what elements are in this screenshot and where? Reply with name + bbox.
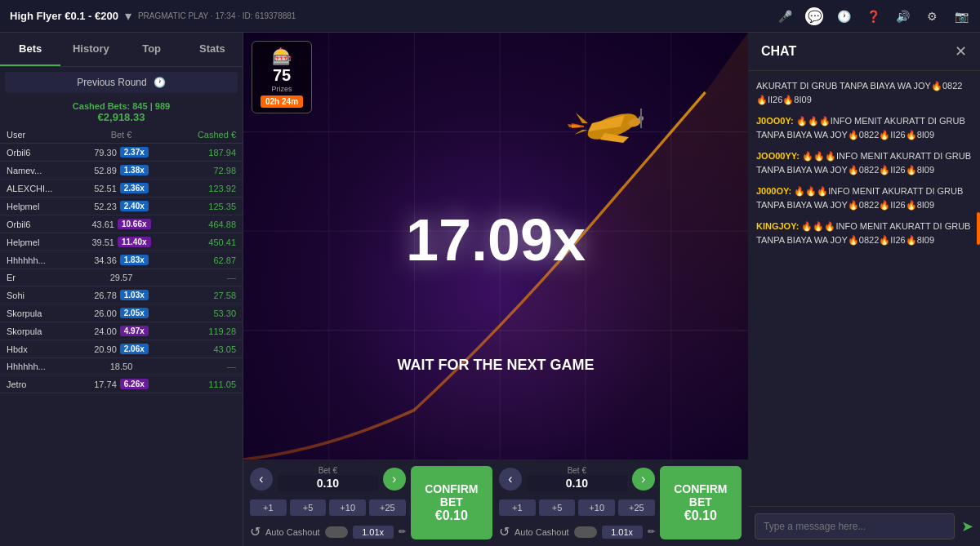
edit-1-icon[interactable]: ✏ [399,526,406,537]
bets-table: User Bet € Cashed € Orbil679.302.37x187.… [0,127,243,546]
auto-cashout-1-label: Auto Cashout [265,527,320,537]
bet-1-quick-10[interactable]: +10 [329,499,366,516]
col-bet-header: Bet € [83,130,160,140]
bet-1-quick-1[interactable]: +1 [250,499,287,516]
bet-2-quick-1[interactable]: +1 [499,499,536,516]
bet-1-prev-btn[interactable]: ‹ [250,468,273,491]
bet-2-quick-btns: +1 +5 +10 +25 [499,499,655,516]
confirm-1-label: CONFIRM BET [417,482,486,508]
bet-2-next-btn[interactable]: › [632,468,655,491]
chat-input-row: ➤ [748,506,980,546]
table-row: Hbdx20.902.06x43.05 [0,340,243,358]
bet-1-auto-cashout: ↺ Auto Cashout ✏ [250,524,406,539]
game-area: 🎰 75 Prizes 02h 24m [243,33,748,546]
bet-1-next-btn[interactable]: › [383,468,406,491]
header-left: High Flyer €0.1 - €200 ▾ PRAGMATIC PLAY … [10,8,296,24]
bet-2-quick-25[interactable]: +25 [618,499,655,516]
bet-2-auto-cashout: ↺ Auto Cashout ✏ [499,524,655,539]
chat-message: AKURATT DI GRUB TANPA BIAYA WA JOY🔥0822🔥… [756,79,972,106]
bet-controls: ‹ Bet € 0.10 › +1 +5 +10 +25 ↺ [243,459,748,546]
confirm-bet-2-btn[interactable]: CONFIRM BET €0.10 [660,466,742,539]
bet-1-label: Bet € [278,466,378,475]
bet-1-input-group: Bet € 0.10 [278,466,378,491]
bet-2-quick-10[interactable]: +10 [578,499,615,516]
col-user-header: User [7,130,83,140]
bet-2-prev-btn[interactable]: ‹ [499,468,522,491]
cashed-bets-info: Cashed Bets: 845 | 989 €2,918.33 [0,98,243,127]
chat-scrollbar-thumb [977,212,980,245]
bet-1-quick-5[interactable]: +5 [290,499,327,516]
dropdown-icon[interactable]: ▾ [125,8,131,24]
confirm-1-amount: €0.10 [417,508,486,523]
tabs-bar: Bets History Top Stats [0,33,243,67]
mic-icon[interactable]: 🎤 [776,7,794,25]
refresh-2-icon[interactable]: ↺ [499,524,510,539]
table-row: Hhhhhh...34.361.83x62.87 [0,251,243,269]
col-cashed-header: Cashed € [159,130,236,140]
auto-cashout-2-label: Auto Cashout [514,527,569,537]
prev-round-btn[interactable]: Previous Round 🕐 [5,72,238,93]
edit-2-icon[interactable]: ✏ [648,526,655,537]
table-row: Orbil679.302.37x187.94 [0,144,243,162]
bet-panel-2-wrapper: ‹ Bet € 0.10 › +1 +5 +10 +25 ↺ [499,466,742,539]
airplane-icon [568,92,657,158]
auto-cashout-2-toggle[interactable] [574,526,597,538]
left-panel: Bets History Top Stats Previous Round 🕐 … [0,33,243,546]
table-row: Helpmel39.5111.40x450.41 [0,233,243,251]
table-row: Jetro17.746.26x111.05 [0,375,243,393]
cashout-1-value[interactable] [353,526,394,539]
chat-send-btn[interactable]: ➤ [961,517,973,535]
bet-panel-1-left: ‹ Bet € 0.10 › +1 +5 +10 +25 ↺ [250,466,406,539]
bet-panel-1-wrapper: ‹ Bet € 0.10 › +1 +5 +10 +25 ↺ [250,466,492,539]
chat-message: JOO00YY: 🔥🔥🔥INFO MENIT AKURATT DI GRUB T… [756,149,972,176]
settings-icon[interactable]: ⚙ [923,7,941,25]
chat-input[interactable] [755,513,955,539]
bet-1-value[interactable]: 0.10 [278,475,378,491]
cashout-2-value[interactable] [602,526,643,539]
chat-close-btn[interactable]: ✕ [955,42,967,60]
refresh-1-icon[interactable]: ↺ [250,524,261,539]
confirm-2-label: CONFIRM BET [666,482,735,508]
chat-message: J0OO0Y: 🔥🔥🔥INFO MENIT AKURATT DI GRUB TA… [756,114,972,141]
table-row: Skorpula24.004.97x119.28 [0,322,243,340]
table-row: Orbil643.6110.66x464.88 [0,215,243,233]
bets-table-header: User Bet € Cashed € [0,127,243,144]
bet-input-row-2: ‹ Bet € 0.10 › [499,466,655,491]
game-canvas: 🎰 75 Prizes 02h 24m [243,33,748,459]
table-row: Er29.57— [0,269,243,286]
bet-input-row-1: ‹ Bet € 0.10 › [250,466,406,491]
help-icon[interactable]: ❓ [864,7,882,25]
history-icon[interactable]: 🕐 [835,7,853,25]
table-row: Helpmel52.232.40x125.35 [0,198,243,215]
chat-message: KINGJOY: 🔥🔥🔥INFO MENIT AKURATT DI GRUB T… [756,220,972,246]
chat-title: CHAT [761,44,796,59]
tab-top[interactable]: Top [122,33,182,66]
bet-2-input-group: Bet € 0.10 [527,466,627,491]
bet-1-quick-btns: +1 +5 +10 +25 [250,499,406,516]
auto-cashout-1-toggle[interactable] [325,526,348,538]
bet-1-quick-25[interactable]: +25 [369,499,406,516]
multiplier-display: 17.09x [406,206,586,273]
clock-icon: 🕐 [154,77,166,88]
confirm-bet-1-btn[interactable]: CONFIRM BET €0.10 [411,466,492,539]
svg-marker-11 [576,113,588,123]
table-row: Hhhhhh...18.50— [0,358,243,375]
prev-round-label: Previous Round [77,77,146,88]
table-row: ALEXCHI...52.512.36x123.92 [0,180,243,198]
game-title: High Flyer €0.1 - €200 [10,10,118,22]
confirm-2-amount: €0.10 [666,508,735,523]
tab-bets[interactable]: Bets [0,33,60,66]
bet-2-value[interactable]: 0.10 [527,475,627,491]
chat-icon[interactable]: 💬 [805,7,823,25]
chat-message: J000OY: 🔥🔥🔥INFO MENIT AKURATT DI GRUB TA… [756,184,972,211]
bet-2-label: Bet € [527,466,627,475]
bet-panel-2-left: ‹ Bet € 0.10 › +1 +5 +10 +25 ↺ [499,466,655,539]
volume-icon[interactable]: 🔊 [893,7,911,25]
tab-history[interactable]: History [60,33,121,66]
video-icon[interactable]: 📷 [952,7,970,25]
chat-header: CHAT ✕ [748,33,980,71]
tab-stats[interactable]: Stats [182,33,243,66]
table-row: Sohi26.781.03x27.58 [0,286,243,304]
header-icons: 🎤 💬 🕐 ❓ 🔊 ⚙ 📷 [776,7,970,25]
bet-2-quick-5[interactable]: +5 [539,499,576,516]
